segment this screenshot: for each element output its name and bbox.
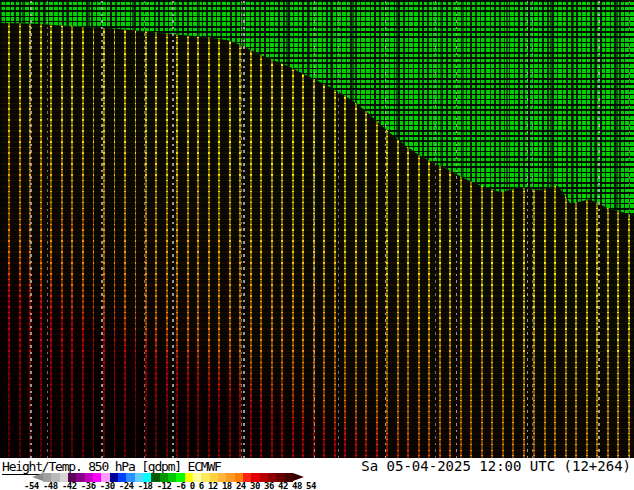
colorbar-tick-label: -24 [119, 482, 134, 490]
weather-map-figure: Height/Temp. 850 hPa [gdpm] ECMWF Sa 05-… [0, 0, 634, 490]
legend-text-row: Height/Temp. 850 hPa [gdpm] ECMWF Sa 05-… [0, 458, 634, 472]
colorbar-tick-label: 48 [292, 482, 302, 490]
height-numbers-texture [0, 0, 634, 458]
colorbar-tick-label: 0 [190, 482, 195, 490]
colorbar-tick-label: -12 [157, 482, 172, 490]
colorbar-tick-label: -42 [62, 482, 77, 490]
colorbar-left-arrow-icon [32, 473, 43, 481]
colorbar-right-arrow-icon [293, 473, 304, 481]
colorbar-tick-label: -30 [100, 482, 115, 490]
legend-bar: Height/Temp. 850 hPa [gdpm] ECMWF Sa 05-… [0, 458, 634, 490]
colorbar-tick-label: -6 [176, 482, 186, 490]
colorbar-tick-label: 12 [208, 482, 218, 490]
colorbar-tick-label: 54 [306, 482, 316, 490]
colorbar-tick-label: -18 [138, 482, 153, 490]
colorbar-tick-label: 30 [250, 482, 260, 490]
colorbar-tick-label: 36 [264, 482, 274, 490]
colorbar-ticks: -54-48-42-36-30-24-18-12-606121824303642… [24, 482, 316, 490]
colorbar-tick-label: 42 [278, 482, 288, 490]
valid-datetime: Sa 05-04-2025 12:00 UTC (12+264) [361, 458, 631, 474]
colorbar-tick-label: -48 [43, 482, 58, 490]
colorbar-tick-label: 6 [199, 482, 204, 490]
colorbar-tick-label: -54 [24, 482, 39, 490]
colorbar-tick-label: -36 [81, 482, 96, 490]
colorbar-tick-label: 24 [236, 482, 246, 490]
temperature-field-map [0, 0, 634, 458]
colorbar-tick-label: 18 [222, 482, 232, 490]
